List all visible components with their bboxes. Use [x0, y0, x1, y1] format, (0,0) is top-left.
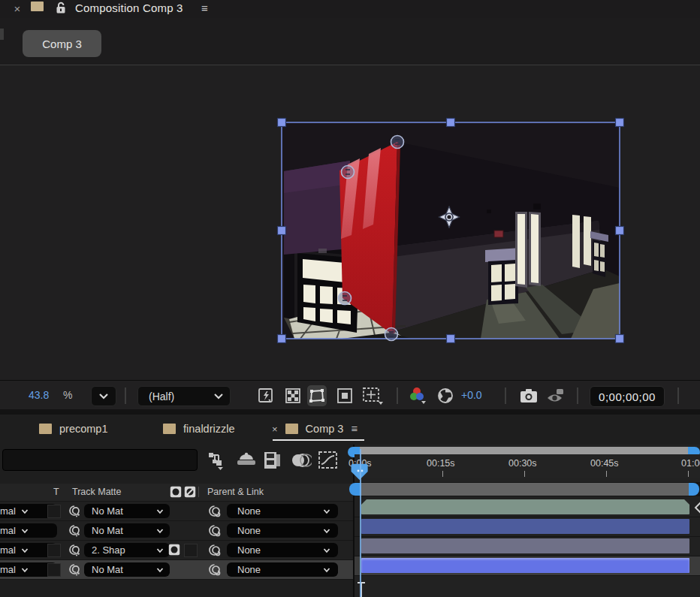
layer-row-1[interactable]: mal No Mat None [0, 502, 353, 521]
panel-menu-icon[interactable]: ≡ [201, 2, 215, 14]
viewport-toolbar: 43.8 % (Half) [0, 380, 700, 410]
layer-row-2[interactable]: mal No Mat None [0, 521, 353, 541]
chevron-down-icon [156, 566, 164, 574]
comp-tab-button[interactable]: Comp 3 [23, 30, 101, 57]
track-matte-dropdown[interactable]: 2. Shap [84, 543, 170, 557]
blend-mode-value: mal [0, 544, 16, 556]
channel-button[interactable] [407, 387, 427, 405]
timeline-tab-comp3[interactable]: × Comp 3 ≡ [272, 418, 358, 440]
preserve-transparency-toggle[interactable] [47, 544, 61, 557]
time-ruler[interactable]: 0:00s 00:15s 00:30s 00:45s 01:00 [355, 454, 700, 478]
close-icon[interactable]: × [11, 2, 24, 16]
mask-path-visibility-button[interactable] [307, 385, 327, 406]
parent-link-value: None [237, 505, 261, 517]
alpha-matte-icon[interactable] [170, 486, 182, 498]
shape-path-icon [308, 387, 326, 404]
comp-color-swatch [285, 424, 298, 434]
layer-bar-1[interactable] [361, 499, 689, 514]
inverted-matte-icon[interactable] [184, 486, 196, 498]
parent-link-dropdown[interactable]: None [227, 504, 338, 518]
close-icon[interactable]: × [272, 424, 278, 435]
region-of-interest-button[interactable] [335, 387, 355, 405]
ruler-tick [606, 471, 607, 477]
parent-link-dropdown[interactable]: None [227, 543, 338, 557]
zoom-dropdown-button[interactable] [91, 386, 116, 406]
exposure-value[interactable]: +0.0 [461, 389, 482, 401]
header-track-matte[interactable]: Track Matte [72, 487, 122, 497]
track-row-3[interactable] [355, 537, 700, 556]
blend-mode-value: mal [0, 564, 16, 575]
preserve-transparency-toggle[interactable] [47, 563, 61, 577]
unlock-icon[interactable] [56, 2, 66, 14]
layer-row-3[interactable]: mal 2. Shap None [0, 541, 353, 560]
show-snapshot-button[interactable] [546, 387, 566, 405]
parent-pickwhip-icon[interactable] [207, 562, 222, 577]
timeline-tab-precomp1[interactable]: precomp1 [39, 418, 107, 440]
track-matte-pickwhip-icon[interactable] [68, 562, 82, 577]
tab-menu-icon[interactable]: ≡ [351, 423, 357, 435]
resolution-dropdown[interactable]: (Half) [137, 386, 231, 406]
chevron-down-icon [156, 547, 164, 554]
draft-3d-icon[interactable] [235, 451, 258, 470]
ruler-label: 00:15s [427, 458, 455, 469]
layer-bar-4[interactable] [361, 558, 689, 573]
track-matte-pickwhip-icon[interactable] [68, 523, 82, 538]
parent-pickwhip-icon[interactable] [207, 543, 222, 557]
track-matte-value: 2. Shap [92, 544, 125, 556]
track-matte-dropdown[interactable]: No Mat [84, 504, 170, 518]
track-matte-pickwhip-icon[interactable] [68, 543, 82, 557]
expand-arrow-icon[interactable] [694, 501, 700, 514]
snapshot-button[interactable] [520, 387, 539, 405]
search-input[interactable] [2, 449, 198, 471]
fast-preview-button[interactable] [256, 387, 276, 405]
work-area-end-handle[interactable] [689, 483, 699, 496]
track-row-2[interactable] [355, 517, 700, 537]
ruler-tick [688, 471, 689, 477]
parent-pickwhip-icon[interactable] [207, 504, 222, 518]
layer-row-4-selected[interactable]: mal No Mat None [0, 560, 353, 580]
timeline-tab-finaldrizzle[interactable]: finaldrizzle [163, 418, 235, 440]
frame-blending-icon[interactable] [262, 451, 282, 470]
playhead-line[interactable] [360, 449, 361, 597]
layer-color-swatch [31, 2, 44, 11]
zoom-value[interactable]: 43.8 [29, 389, 49, 401]
chevron-down-icon [213, 393, 224, 400]
parent-link-dropdown[interactable]: None [227, 523, 338, 538]
layer-bar-3[interactable] [361, 538, 689, 553]
comp-flowchart-icon[interactable] [208, 451, 232, 470]
track-matte-pickwhip-icon[interactable] [68, 504, 82, 518]
exposure-reset-button[interactable] [436, 387, 455, 405]
graph-editor-icon[interactable] [318, 451, 339, 470]
composition-viewport[interactable] [0, 65, 700, 381]
transparency-grid-button[interactable] [283, 387, 303, 405]
timecode-display[interactable]: 0;00;00;00 [590, 386, 665, 407]
ruler-label: 00:30s [508, 458, 537, 469]
preserve-transparency-toggle[interactable] [47, 505, 61, 518]
parent-pickwhip-icon[interactable] [207, 523, 222, 538]
work-area-bar[interactable] [361, 483, 689, 496]
work-area[interactable] [355, 482, 700, 496]
text-cursor [355, 581, 367, 597]
header-t[interactable]: T [53, 487, 59, 497]
track-row-4-selected[interactable] [355, 556, 700, 576]
chevron-down-icon [323, 547, 330, 554]
timecode-value: 0;00;00;00 [599, 390, 656, 403]
chevron-down-icon [156, 508, 164, 515]
parent-link-dropdown[interactable]: None [227, 562, 338, 577]
shutter-icon [437, 387, 454, 404]
blend-mode-dropdown[interactable]: mal [0, 523, 57, 538]
header-parent-link[interactable]: Parent & Link [207, 487, 264, 497]
alpha-matte-toggle-icon[interactable] [168, 544, 180, 556]
composition-image [0, 65, 700, 381]
panel-titlebar: × Composition Comp 3 ≡ [0, 0, 700, 18]
track-matte-dropdown[interactable]: No Mat [84, 562, 170, 577]
track-matte-value: No Mat [92, 525, 123, 536]
ruler-label: 01:00 [681, 458, 700, 469]
timeline-columns-header: T Track Matte Parent & Link [0, 484, 353, 502]
track-matte-dropdown[interactable]: No Mat [84, 523, 170, 538]
track-row-1[interactable] [355, 498, 700, 517]
matte-toggle[interactable] [184, 544, 198, 557]
grid-guides-button[interactable] [361, 387, 387, 405]
motion-blur-icon[interactable] [291, 451, 312, 470]
layer-bar-2[interactable] [361, 519, 689, 534]
